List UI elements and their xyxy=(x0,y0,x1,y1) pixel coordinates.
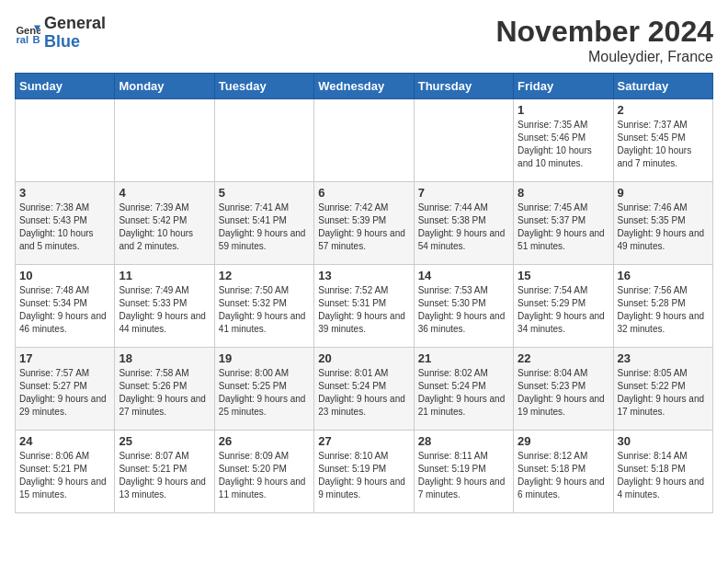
calendar-cell: 21Sunrise: 8:02 AM Sunset: 5:24 PM Dayli… xyxy=(414,348,513,431)
day-info: Sunrise: 8:10 AM Sunset: 5:19 PM Dayligh… xyxy=(318,450,409,501)
calendar-cell xyxy=(16,99,115,182)
day-info: Sunrise: 7:38 AM Sunset: 5:43 PM Dayligh… xyxy=(19,201,110,253)
calendar-cell: 22Sunrise: 8:04 AM Sunset: 5:23 PM Dayli… xyxy=(514,348,613,431)
header: Gene ral B General Blue November 2024 Mo… xyxy=(15,15,713,65)
header-day-sunday: Sunday xyxy=(16,74,115,99)
day-number: 9 xyxy=(618,186,709,200)
day-info: Sunrise: 7:57 AM Sunset: 5:27 PM Dayligh… xyxy=(19,367,110,419)
calendar-cell: 12Sunrise: 7:50 AM Sunset: 5:32 PM Dayli… xyxy=(214,265,313,348)
day-info: Sunrise: 7:44 AM Sunset: 5:38 PM Dayligh… xyxy=(418,201,509,253)
day-info: Sunrise: 7:45 AM Sunset: 5:37 PM Dayligh… xyxy=(518,201,609,253)
day-number: 20 xyxy=(318,351,409,365)
day-number: 6 xyxy=(318,186,409,200)
day-number: 25 xyxy=(119,434,210,448)
day-info: Sunrise: 7:49 AM Sunset: 5:33 PM Dayligh… xyxy=(119,284,210,336)
logo-general-text: General xyxy=(44,15,106,33)
day-number: 2 xyxy=(618,103,709,117)
location-title: Mouleydier, France xyxy=(495,49,713,65)
day-info: Sunrise: 7:56 AM Sunset: 5:28 PM Dayligh… xyxy=(618,284,709,336)
calendar-cell: 18Sunrise: 7:58 AM Sunset: 5:26 PM Dayli… xyxy=(115,348,214,431)
day-info: Sunrise: 8:02 AM Sunset: 5:24 PM Dayligh… xyxy=(418,367,509,419)
calendar-week-row: 17Sunrise: 7:57 AM Sunset: 5:27 PM Dayli… xyxy=(16,348,713,431)
day-number: 4 xyxy=(119,186,210,200)
day-info: Sunrise: 8:05 AM Sunset: 5:22 PM Dayligh… xyxy=(618,367,709,419)
day-number: 17 xyxy=(19,351,110,365)
logo: Gene ral B General Blue xyxy=(15,15,106,52)
day-info: Sunrise: 8:09 AM Sunset: 5:20 PM Dayligh… xyxy=(219,450,310,501)
calendar-cell: 4Sunrise: 7:39 AM Sunset: 5:42 PM Daylig… xyxy=(115,182,214,265)
calendar-week-row: 1Sunrise: 7:35 AM Sunset: 5:46 PM Daylig… xyxy=(16,99,713,182)
calendar-cell: 5Sunrise: 7:41 AM Sunset: 5:41 PM Daylig… xyxy=(214,182,313,265)
day-number: 5 xyxy=(219,186,310,200)
day-number: 12 xyxy=(219,269,310,282)
calendar-cell: 19Sunrise: 8:00 AM Sunset: 5:25 PM Dayli… xyxy=(214,348,313,431)
header-day-thursday: Thursday xyxy=(414,74,513,99)
day-number: 30 xyxy=(618,434,709,448)
day-info: Sunrise: 7:53 AM Sunset: 5:30 PM Dayligh… xyxy=(418,284,509,336)
day-info: Sunrise: 7:42 AM Sunset: 5:39 PM Dayligh… xyxy=(318,201,409,253)
day-info: Sunrise: 7:48 AM Sunset: 5:34 PM Dayligh… xyxy=(19,284,110,336)
calendar-cell: 14Sunrise: 7:53 AM Sunset: 5:30 PM Dayli… xyxy=(414,265,513,348)
svg-text:ral: ral xyxy=(16,34,28,45)
title-area: November 2024 Mouleydier, France xyxy=(495,15,713,65)
calendar-cell: 9Sunrise: 7:46 AM Sunset: 5:35 PM Daylig… xyxy=(613,182,712,265)
header-day-saturday: Saturday xyxy=(613,74,712,99)
day-number: 24 xyxy=(19,434,110,448)
calendar-cell: 1Sunrise: 7:35 AM Sunset: 5:46 PM Daylig… xyxy=(514,99,613,182)
calendar-cell: 30Sunrise: 8:14 AM Sunset: 5:18 PM Dayli… xyxy=(613,431,712,513)
day-info: Sunrise: 8:04 AM Sunset: 5:23 PM Dayligh… xyxy=(518,367,609,419)
day-number: 28 xyxy=(418,434,509,448)
calendar-cell: 28Sunrise: 8:11 AM Sunset: 5:19 PM Dayli… xyxy=(414,431,513,513)
day-number: 15 xyxy=(518,269,609,282)
day-number: 14 xyxy=(418,269,509,282)
day-info: Sunrise: 7:52 AM Sunset: 5:31 PM Dayligh… xyxy=(318,284,409,336)
day-number: 1 xyxy=(518,103,609,117)
calendar-cell: 20Sunrise: 8:01 AM Sunset: 5:24 PM Dayli… xyxy=(314,348,414,431)
day-info: Sunrise: 7:54 AM Sunset: 5:29 PM Dayligh… xyxy=(518,284,609,336)
day-number: 13 xyxy=(318,269,409,282)
day-number: 19 xyxy=(219,351,310,365)
calendar-cell: 13Sunrise: 7:52 AM Sunset: 5:31 PM Dayli… xyxy=(314,265,414,348)
calendar-cell: 6Sunrise: 7:42 AM Sunset: 5:39 PM Daylig… xyxy=(314,182,414,265)
day-info: Sunrise: 7:58 AM Sunset: 5:26 PM Dayligh… xyxy=(119,367,210,419)
day-info: Sunrise: 8:07 AM Sunset: 5:21 PM Dayligh… xyxy=(119,450,210,501)
day-number: 8 xyxy=(518,186,609,200)
calendar-cell: 17Sunrise: 7:57 AM Sunset: 5:27 PM Dayli… xyxy=(16,348,115,431)
header-day-tuesday: Tuesday xyxy=(214,74,313,99)
day-number: 26 xyxy=(219,434,310,448)
calendar-week-row: 3Sunrise: 7:38 AM Sunset: 5:43 PM Daylig… xyxy=(16,182,713,265)
calendar-week-row: 24Sunrise: 8:06 AM Sunset: 5:21 PM Dayli… xyxy=(16,431,713,513)
calendar-cell: 23Sunrise: 8:05 AM Sunset: 5:22 PM Dayli… xyxy=(613,348,712,431)
calendar-cell: 29Sunrise: 8:12 AM Sunset: 5:18 PM Dayli… xyxy=(514,431,613,513)
header-day-wednesday: Wednesday xyxy=(314,74,414,99)
day-number: 22 xyxy=(518,351,609,365)
calendar-cell xyxy=(214,99,313,182)
month-title: November 2024 xyxy=(495,15,713,49)
day-info: Sunrise: 7:39 AM Sunset: 5:42 PM Dayligh… xyxy=(119,201,210,253)
calendar-cell: 7Sunrise: 7:44 AM Sunset: 5:38 PM Daylig… xyxy=(414,182,513,265)
day-info: Sunrise: 7:50 AM Sunset: 5:32 PM Dayligh… xyxy=(219,284,310,336)
day-number: 10 xyxy=(19,269,110,282)
day-number: 27 xyxy=(318,434,409,448)
calendar-cell: 24Sunrise: 8:06 AM Sunset: 5:21 PM Dayli… xyxy=(16,431,115,513)
day-info: Sunrise: 8:11 AM Sunset: 5:19 PM Dayligh… xyxy=(418,450,509,501)
header-day-friday: Friday xyxy=(514,74,613,99)
day-number: 3 xyxy=(19,186,110,200)
logo-blue-text: Blue xyxy=(44,33,106,52)
day-info: Sunrise: 8:00 AM Sunset: 5:25 PM Dayligh… xyxy=(219,367,310,419)
calendar-header-row: SundayMondayTuesdayWednesdayThursdayFrid… xyxy=(16,74,713,99)
day-info: Sunrise: 8:06 AM Sunset: 5:21 PM Dayligh… xyxy=(19,450,110,501)
calendar-cell: 3Sunrise: 7:38 AM Sunset: 5:43 PM Daylig… xyxy=(16,182,115,265)
day-info: Sunrise: 8:12 AM Sunset: 5:18 PM Dayligh… xyxy=(518,450,609,501)
day-number: 29 xyxy=(518,434,609,448)
calendar-cell: 11Sunrise: 7:49 AM Sunset: 5:33 PM Dayli… xyxy=(115,265,214,348)
calendar-cell: 27Sunrise: 8:10 AM Sunset: 5:19 PM Dayli… xyxy=(314,431,414,513)
day-number: 7 xyxy=(418,186,509,200)
svg-text:B: B xyxy=(33,34,40,45)
calendar-week-row: 10Sunrise: 7:48 AM Sunset: 5:34 PM Dayli… xyxy=(16,265,713,348)
day-number: 16 xyxy=(618,269,709,282)
calendar-cell: 15Sunrise: 7:54 AM Sunset: 5:29 PM Dayli… xyxy=(514,265,613,348)
calendar-cell: 8Sunrise: 7:45 AM Sunset: 5:37 PM Daylig… xyxy=(514,182,613,265)
day-info: Sunrise: 7:37 AM Sunset: 5:45 PM Dayligh… xyxy=(618,119,709,170)
day-info: Sunrise: 7:46 AM Sunset: 5:35 PM Dayligh… xyxy=(618,201,709,253)
